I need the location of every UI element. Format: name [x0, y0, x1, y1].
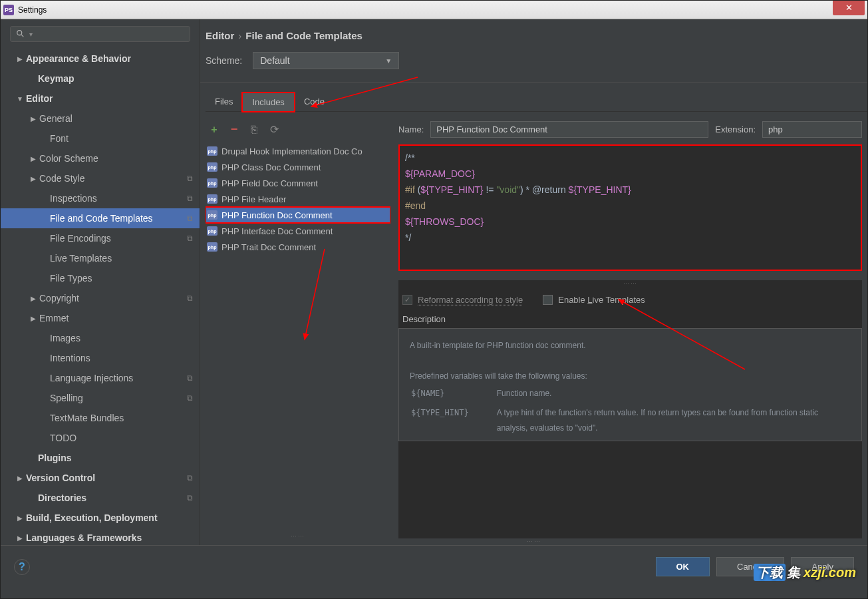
svg-point-0 — [17, 31, 22, 35]
breadcrumb-leaf: File and Code Templates — [245, 30, 362, 41]
copy-button[interactable]: ⎘ — [248, 124, 260, 136]
php-icon: php — [207, 210, 217, 220]
template-name-input[interactable] — [430, 121, 708, 138]
php-icon: php — [207, 226, 217, 236]
resize-grip[interactable]: ⋯⋯ — [200, 538, 867, 545]
code-token: } — [481, 216, 484, 227]
name-label: Name: — [398, 124, 424, 134]
code-line: */ — [405, 232, 411, 243]
php-icon: php — [207, 178, 217, 188]
code-token: ${ — [420, 184, 428, 195]
scope-icon: ⧉ — [187, 234, 193, 243]
template-editor[interactable]: /** ${PARAM_DOC} #if (${TYPE_HINT} != "v… — [398, 144, 862, 271]
sidebar-item[interactable]: ▶Version Control⧉ — [1, 468, 200, 488]
scheme-label: Scheme: — [206, 55, 242, 66]
window-close-button[interactable]: ✕ — [833, 1, 865, 15]
sidebar-item[interactable]: Spelling⧉ — [1, 388, 200, 408]
sidebar-item[interactable]: ▶Languages & Frameworks — [1, 528, 200, 545]
sidebar-item[interactable]: ▶Color Scheme — [1, 148, 200, 168]
sidebar-item-label: Emmet — [39, 313, 193, 323]
search-icon — [16, 29, 25, 39]
template-list-item[interactable]: phpPHP Function Doc Comment — [206, 207, 390, 223]
template-list-item[interactable]: phpDrupal Hook Implementation Doc Co — [206, 143, 390, 159]
svg-line-1 — [21, 35, 24, 37]
sidebar-item[interactable]: TODO — [1, 428, 200, 448]
add-button[interactable]: + — [208, 124, 220, 136]
extension-input[interactable] — [762, 121, 862, 138]
template-list-item[interactable]: phpPHP Trait Doc Comment — [206, 239, 390, 255]
reformat-checkbox[interactable]: ✓ — [402, 295, 412, 305]
app-icon: PS — [3, 5, 14, 15]
sidebar-item-label: Copyright — [39, 293, 187, 303]
tree-arrow-icon: ▶ — [15, 475, 25, 482]
sidebar-item[interactable]: TextMate Bundles — [1, 408, 200, 428]
code-token: "void" — [496, 184, 520, 195]
tab-files[interactable]: Files — [206, 93, 242, 111]
window-title: Settings — [18, 5, 47, 15]
live-templates-checkbox[interactable] — [543, 295, 553, 305]
code-token: THROWS_DOC — [413, 216, 480, 227]
tab-includes[interactable]: Includes — [242, 93, 294, 112]
code-token: PARAM_DOC — [413, 168, 472, 179]
sidebar-item[interactable]: Font — [1, 128, 200, 148]
tree-arrow-icon: ▶ — [29, 115, 38, 122]
sidebar-item-label: Images — [50, 333, 193, 343]
ok-button[interactable]: OK — [656, 557, 710, 576]
sidebar-item[interactable]: ▶General — [1, 108, 200, 128]
refresh-button[interactable]: ⟳ — [268, 123, 280, 136]
help-button[interactable]: ? — [14, 559, 30, 575]
template-list-item[interactable]: phpPHP Class Doc Comment — [206, 159, 390, 175]
php-icon: php — [207, 194, 217, 204]
resize-grip[interactable]: ⋯⋯ — [398, 280, 862, 286]
sidebar-item[interactable]: File Encodings⧉ — [1, 228, 200, 248]
sidebar-item[interactable]: ▶Emmet — [1, 308, 200, 328]
tree-arrow-icon: ▶ — [29, 295, 38, 302]
sidebar-item[interactable]: ▼Editor — [1, 89, 200, 108]
tree-arrow-icon: ▶ — [29, 175, 38, 182]
sidebar-item[interactable]: ▶Appearance & Behavior — [1, 49, 200, 69]
tab-code[interactable]: Code — [295, 93, 334, 111]
sidebar-item[interactable]: Directories⧉ — [1, 488, 200, 508]
sidebar-item[interactable]: File and Code Templates⧉ — [1, 208, 200, 228]
desc-intro: A built-in template for PHP function doc… — [410, 338, 851, 353]
var-name: ${TYPE_HINT} — [411, 404, 496, 437]
template-list[interactable]: phpDrupal Hook Implementation Doc CophpP… — [206, 143, 390, 339]
scope-icon: ⧉ — [187, 194, 193, 203]
sidebar-item[interactable]: Plugins — [1, 448, 200, 468]
code-token: ${ — [569, 184, 577, 195]
sidebar-item[interactable]: Live Templates — [1, 248, 200, 268]
sidebar-item[interactable]: Images — [1, 328, 200, 348]
sidebar-item-label: Keymap — [38, 73, 193, 84]
sidebar-item[interactable]: ▶Build, Execution, Deployment — [1, 508, 200, 528]
sidebar-item-label: Code Style — [39, 173, 187, 184]
sidebar-item[interactable]: ▶Code Style⧉ — [1, 168, 200, 188]
scheme-select[interactable]: Default ▼ — [253, 52, 399, 69]
sidebar-item-label: File and Code Templates — [50, 213, 187, 224]
sidebar-item[interactable]: ▶Copyright⧉ — [1, 288, 200, 308]
breadcrumb-root: Editor — [206, 30, 234, 41]
sidebar-item-label: Font — [50, 133, 193, 144]
template-list-item[interactable]: phpPHP File Header — [206, 191, 390, 207]
code-line: /** — [405, 152, 415, 163]
desc-predef: Predefined variables will take the follo… — [410, 369, 851, 384]
template-list-item[interactable]: phpPHP Interface Doc Comment — [206, 223, 390, 239]
template-toolbar: + − ⎘ ⟳ — [206, 121, 390, 143]
chevron-down-icon: ▾ — [29, 31, 33, 38]
sidebar-item-label: Language Injections — [50, 373, 187, 383]
description-box: A built-in template for PHP function doc… — [398, 328, 862, 441]
sidebar-item[interactable]: Intentions — [1, 348, 200, 368]
code-token: } — [472, 168, 475, 179]
scope-icon: ⧉ — [187, 473, 193, 483]
titlebar: PS Settings ✕ — [1, 1, 867, 19]
chevron-down-icon: ▼ — [385, 57, 392, 65]
search-input[interactable]: ▾ — [10, 26, 190, 42]
sidebar-item[interactable]: Keymap — [1, 69, 200, 89]
settings-sidebar: ▾ ▶Appearance & BehaviorKeymap▼Editor▶Ge… — [1, 19, 200, 545]
sidebar-item[interactable]: Language Injections⧉ — [1, 368, 200, 388]
remove-button[interactable]: − — [228, 122, 240, 136]
sidebar-item[interactable]: File Types — [1, 268, 200, 288]
sidebar-item[interactable]: Inspections⧉ — [1, 188, 200, 208]
settings-tree[interactable]: ▶Appearance & BehaviorKeymap▼Editor▶Gene… — [1, 49, 200, 545]
sidebar-item-label: General — [39, 113, 193, 124]
template-list-item[interactable]: phpPHP Field Doc Comment — [206, 175, 390, 191]
